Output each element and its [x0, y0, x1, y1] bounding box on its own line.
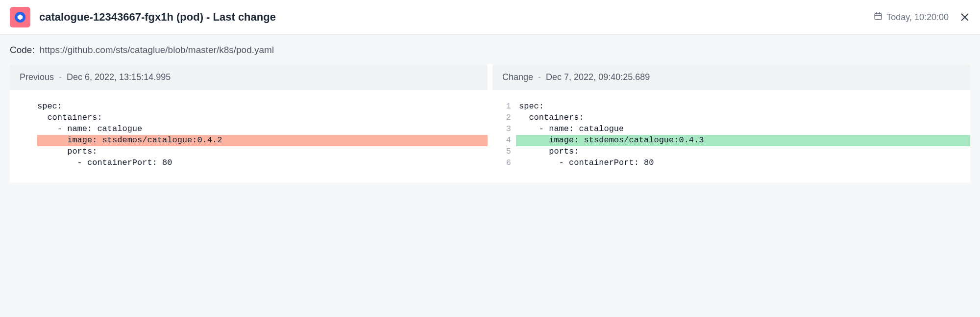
- code-line: image: stsdemos/catalogue:0.4.2: [10, 135, 488, 146]
- separator-dash: -: [538, 72, 541, 82]
- calendar-icon: [874, 12, 882, 23]
- code-text: spec:: [37, 101, 488, 112]
- kubernetes-icon: [15, 12, 25, 23]
- code-line: containers:: [10, 112, 488, 124]
- svg-rect-1: [875, 13, 882, 19]
- code-text: ports:: [37, 146, 488, 158]
- code-text: image: stsdemos/catalogue:0.4.2: [37, 135, 488, 146]
- previous-label: Previous: [20, 72, 54, 82]
- header-bar: catalogue-12343667-fgx1h (pod) - Last ch…: [0, 0, 980, 35]
- line-number: 4: [492, 135, 516, 146]
- code-text: containers:: [516, 112, 970, 124]
- code-line: 1spec:: [492, 101, 970, 112]
- line-number: 5: [492, 146, 516, 158]
- line-number: 6: [492, 158, 516, 169]
- close-button[interactable]: [959, 12, 970, 23]
- code-line: - containerPort: 80: [10, 158, 488, 169]
- code-text: - containerPort: 80: [516, 158, 970, 169]
- diff-change-column: Change - Dec 7, 2022, 09:40:25.689 1spec…: [492, 64, 970, 183]
- code-url[interactable]: https://github.com/sts/cataglue/blob/mas…: [40, 45, 274, 55]
- diff-previous-body: spec: containers: - name: catalogue imag…: [10, 90, 488, 183]
- change-timestamp: Dec 7, 2022, 09:40:25.689: [546, 72, 650, 82]
- code-text: spec:: [516, 101, 970, 112]
- code-line: spec:: [10, 101, 488, 112]
- code-source-row: Code: https://github.com/sts/cataglue/bl…: [10, 45, 970, 55]
- line-number: 3: [492, 124, 516, 135]
- code-line: 2 containers:: [492, 112, 970, 124]
- header-timestamp: Today, 10:20:00: [886, 12, 949, 23]
- code-text: image: stsdemos/catalogue:0.4.3: [516, 135, 970, 146]
- page-title: catalogue-12343667-fgx1h (pod) - Last ch…: [39, 11, 874, 24]
- diff-change-header: Change - Dec 7, 2022, 09:40:25.689: [492, 64, 970, 90]
- diff-change-body: 1spec:2 containers:3 - name: catalogue4 …: [492, 90, 970, 183]
- code-text: ports:: [516, 146, 970, 158]
- diff-container: Previous - Dec 6, 2022, 13:15:14.995 spe…: [10, 64, 970, 183]
- previous-timestamp: Dec 6, 2022, 13:15:14.995: [67, 72, 171, 82]
- code-line: 3 - name: catalogue: [492, 124, 970, 135]
- header-right: Today, 10:20:00: [874, 12, 970, 23]
- line-number: 2: [492, 112, 516, 124]
- svg-marker-0: [18, 14, 23, 20]
- change-label: Change: [502, 72, 533, 82]
- code-line: ports:: [10, 146, 488, 158]
- code-line: - name: catalogue: [10, 124, 488, 135]
- content: Code: https://github.com/sts/cataglue/bl…: [0, 35, 980, 192]
- code-line: 6 - containerPort: 80: [492, 158, 970, 169]
- line-number: 1: [492, 101, 516, 112]
- code-text: - name: catalogue: [516, 124, 970, 135]
- diff-previous-header: Previous - Dec 6, 2022, 13:15:14.995: [10, 64, 488, 90]
- app-icon: [10, 7, 30, 27]
- diff-previous-column: Previous - Dec 6, 2022, 13:15:14.995 spe…: [10, 64, 488, 183]
- code-label: Code:: [10, 45, 35, 55]
- code-line: 5 ports:: [492, 146, 970, 158]
- timestamp-group: Today, 10:20:00: [874, 12, 949, 23]
- code-line: 4 image: stsdemos/catalogue:0.4.3: [492, 135, 970, 146]
- code-text: - containerPort: 80: [37, 158, 488, 169]
- code-text: containers:: [37, 112, 488, 124]
- code-text: - name: catalogue: [37, 124, 488, 135]
- separator-dash: -: [59, 72, 62, 82]
